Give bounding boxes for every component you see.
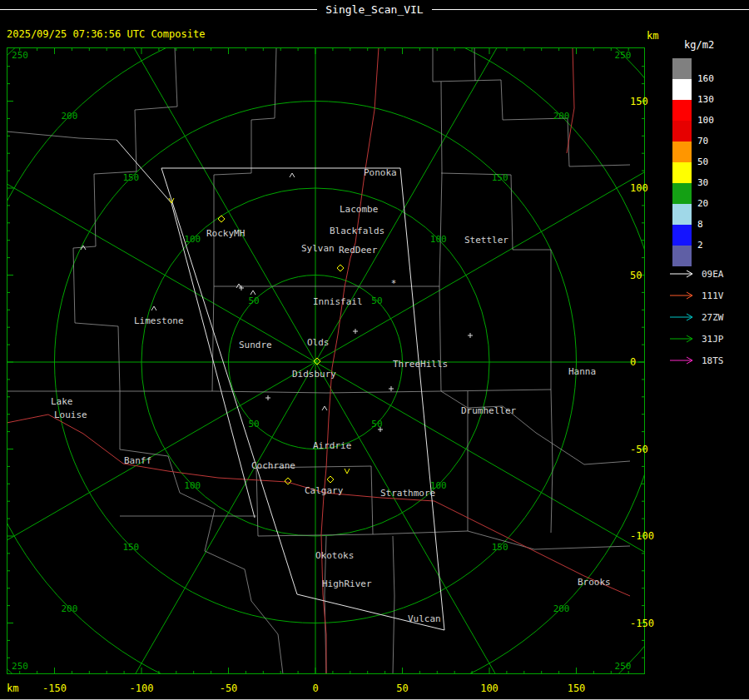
titlebar-rule-left bbox=[0, 9, 317, 10]
radar-id-label: 27ZW bbox=[702, 312, 724, 323]
ring-distance-label: 150 bbox=[122, 172, 139, 183]
radar-site-marker-diamond bbox=[218, 216, 225, 222]
y-axis-label: 50 bbox=[630, 270, 658, 281]
city-label: Airdrie bbox=[313, 440, 351, 451]
colorbar-tick-label: 160 bbox=[697, 73, 714, 84]
ring-distance-label: 250 bbox=[615, 50, 632, 61]
ring-distance-label: 50 bbox=[371, 295, 382, 306]
highway-line bbox=[7, 415, 325, 493]
colorbar-block bbox=[672, 225, 692, 246]
city-label: Ponoka bbox=[364, 167, 397, 178]
radar-arrow-icon bbox=[669, 312, 697, 322]
ring-distance-label: 150 bbox=[492, 172, 508, 183]
colorbar-block bbox=[672, 100, 692, 121]
city-label: Sylvan bbox=[301, 243, 335, 254]
y-axis-label: 150 bbox=[630, 96, 658, 107]
radar-arrow-icon bbox=[669, 290, 697, 300]
city-label: Cochrane bbox=[251, 460, 295, 471]
y-axis-label: -50 bbox=[630, 444, 658, 455]
highway-line bbox=[567, 47, 574, 153]
radar-legend-item: 31JP bbox=[669, 333, 724, 345]
radial-line bbox=[57, 47, 315, 362]
radar-id-label: 111V bbox=[702, 290, 724, 301]
colorbar-tick-label: 50 bbox=[697, 156, 708, 167]
city-label: RockyMH bbox=[206, 228, 245, 239]
county-boundary bbox=[7, 390, 551, 393]
window-titlebar: Single_Scan_VIL bbox=[0, 0, 749, 18]
x-axis-label: -50 bbox=[211, 683, 247, 694]
x-axis-label: 50 bbox=[384, 683, 421, 694]
radar-arrow-icon bbox=[669, 334, 697, 344]
ring-distance-label: 200 bbox=[61, 603, 77, 614]
city-label: Stettler bbox=[464, 235, 508, 246]
city-label: ThreeHills bbox=[393, 359, 448, 370]
x-axis-label: -150 bbox=[37, 683, 73, 694]
city-label: Olds bbox=[307, 337, 330, 348]
radar-legend-item: 111V bbox=[669, 290, 724, 301]
city-label: Innisfail bbox=[313, 296, 363, 307]
colorbar-unit-label: kg/m2 bbox=[684, 39, 714, 51]
y-axis-label: -150 bbox=[630, 618, 658, 629]
radar-id-label: 31JP bbox=[702, 334, 724, 345]
city-label: HighRiver bbox=[322, 578, 372, 589]
x-axis-unit-label: km bbox=[7, 683, 18, 694]
ring-distance-label: 150 bbox=[492, 542, 508, 553]
radar-site-marker-diamond bbox=[327, 476, 334, 483]
radar-legend-item: 09EA bbox=[669, 268, 724, 280]
ring-distance-label: 100 bbox=[430, 234, 447, 245]
county-boundary bbox=[474, 47, 475, 81]
radar-window: Single_Scan_VIL 2025/09/25 07:36:56 UTC … bbox=[0, 0, 749, 700]
city-label: Lacombe bbox=[340, 204, 378, 215]
x-axis-label: -100 bbox=[123, 683, 160, 694]
city-label: Hanna bbox=[568, 366, 596, 377]
colorbar-block bbox=[672, 162, 692, 183]
marker-arrow-icon bbox=[345, 469, 350, 474]
county-boundary bbox=[393, 536, 394, 674]
radar-id-label: 09EA bbox=[702, 269, 724, 280]
ring-distance-label: 200 bbox=[553, 111, 570, 122]
city-label: Vulcan bbox=[408, 613, 441, 624]
county-boundary bbox=[441, 391, 630, 464]
ring-distance-label: 250 bbox=[12, 50, 28, 61]
city-label: Didsbury bbox=[292, 369, 336, 380]
radial-line bbox=[57, 362, 315, 674]
ring-distance-label: 50 bbox=[248, 419, 259, 429]
radar-legend-item: 27ZW bbox=[669, 311, 724, 323]
ring-distance-label: 100 bbox=[184, 234, 201, 245]
colorbar-tick-label: 30 bbox=[697, 177, 708, 188]
colorbar-block bbox=[672, 246, 692, 266]
town-marker-caret bbox=[250, 290, 255, 295]
county-boundary bbox=[7, 132, 117, 140]
ring-distance-label: 250 bbox=[615, 661, 632, 672]
colorbar-tick-label: 20 bbox=[697, 198, 708, 209]
colorbar-block bbox=[672, 141, 692, 162]
city-label: Banff bbox=[124, 455, 151, 466]
city-label: Lake bbox=[51, 396, 73, 407]
city-label: Limestone bbox=[134, 315, 184, 326]
colorbar-tick-label: 8 bbox=[697, 219, 703, 230]
y-axis-label: 100 bbox=[630, 182, 658, 194]
city-label: Blackfalds bbox=[330, 226, 384, 236]
radar-map[interactable]: 5050505010010010010015015015015020020020… bbox=[7, 47, 645, 674]
town-marker-caret bbox=[151, 306, 156, 310]
y-axis-unit-label: km bbox=[647, 30, 658, 42]
city-label: Brooks bbox=[578, 577, 611, 588]
county-boundary bbox=[73, 47, 177, 449]
ring-distance-label: 200 bbox=[61, 111, 77, 122]
colorbar-block bbox=[672, 204, 692, 225]
ring-distance-label: 100 bbox=[184, 480, 201, 491]
ring-distance-label: 250 bbox=[12, 661, 28, 672]
colorbar-block bbox=[672, 79, 692, 100]
colorbar-tick-label: 130 bbox=[697, 94, 714, 105]
radar-coverage-outline bbox=[161, 168, 444, 630]
colorbar-block bbox=[672, 183, 692, 204]
scan-timestamp: 2025/09/25 07:36:56 UTC Composite bbox=[7, 28, 205, 40]
county-boundary bbox=[256, 466, 373, 536]
town-marker-caret bbox=[290, 173, 295, 177]
city-label: Louise bbox=[54, 410, 87, 420]
radar-id-label: 18TS bbox=[702, 355, 724, 366]
colorbar-block bbox=[672, 121, 692, 141]
ring-distance-label: 50 bbox=[248, 295, 259, 306]
city-label: Calgary bbox=[305, 485, 344, 496]
town-marker-asterisk: * bbox=[391, 278, 397, 289]
